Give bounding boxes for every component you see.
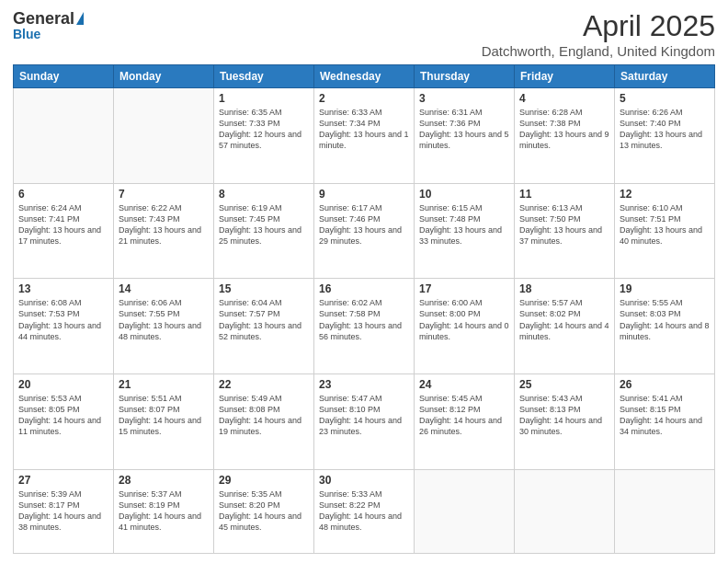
- cell-info: Sunrise: 5:45 AM Sunset: 8:12 PM Dayligh…: [419, 393, 509, 438]
- date-number: 6: [18, 188, 108, 201]
- calendar-cell: 23Sunrise: 5:47 AM Sunset: 8:10 PM Dayli…: [314, 373, 415, 469]
- cell-info: Sunrise: 6:24 AM Sunset: 7:41 PM Dayligh…: [18, 202, 108, 247]
- calendar-cell: 24Sunrise: 5:45 AM Sunset: 8:12 PM Dayli…: [415, 373, 515, 469]
- date-number: 23: [319, 378, 409, 391]
- calendar-cell: 20Sunrise: 5:53 AM Sunset: 8:05 PM Dayli…: [14, 373, 114, 469]
- cell-info: Sunrise: 6:10 AM Sunset: 7:51 PM Dayligh…: [620, 202, 710, 247]
- calendar-cell: 26Sunrise: 5:41 AM Sunset: 8:15 PM Dayli…: [615, 373, 715, 469]
- cell-info: Sunrise: 6:17 AM Sunset: 7:46 PM Dayligh…: [319, 202, 409, 247]
- calendar-cell: 6Sunrise: 6:24 AM Sunset: 7:41 PM Daylig…: [14, 183, 114, 279]
- cell-info: Sunrise: 5:37 AM Sunset: 8:19 PM Dayligh…: [119, 488, 209, 534]
- calendar-cell: 14Sunrise: 6:06 AM Sunset: 7:55 PM Dayli…: [114, 279, 214, 374]
- cell-info: Sunrise: 5:43 AM Sunset: 8:13 PM Dayligh…: [519, 393, 609, 438]
- calendar-cell: 16Sunrise: 6:02 AM Sunset: 7:58 PM Dayli…: [314, 279, 415, 374]
- cell-info: Sunrise: 5:55 AM Sunset: 8:03 PM Dayligh…: [620, 297, 710, 342]
- date-number: 21: [119, 378, 209, 391]
- cell-info: Sunrise: 6:00 AM Sunset: 8:00 PM Dayligh…: [419, 297, 509, 342]
- cell-info: Sunrise: 5:41 AM Sunset: 8:15 PM Dayligh…: [620, 393, 710, 438]
- calendar-cell: 10Sunrise: 6:15 AM Sunset: 7:48 PM Dayli…: [415, 183, 515, 279]
- calendar-cell: 28Sunrise: 5:37 AM Sunset: 8:19 PM Dayli…: [114, 469, 214, 554]
- date-number: 8: [219, 188, 309, 201]
- week-row-1: 1Sunrise: 6:35 AM Sunset: 7:33 PM Daylig…: [14, 88, 715, 184]
- calendar-cell: 5Sunrise: 6:26 AM Sunset: 7:40 PM Daylig…: [615, 88, 715, 184]
- date-number: 25: [519, 378, 609, 391]
- logo-triangle-icon: [76, 12, 84, 25]
- date-number: 26: [620, 378, 710, 391]
- calendar-title: April 2025: [482, 9, 715, 43]
- cell-info: Sunrise: 6:19 AM Sunset: 7:45 PM Dayligh…: [219, 202, 309, 247]
- calendar-cell: 27Sunrise: 5:39 AM Sunset: 8:17 PM Dayli…: [14, 469, 114, 554]
- cell-info: Sunrise: 6:06 AM Sunset: 7:55 PM Dayligh…: [119, 297, 209, 342]
- cell-info: Sunrise: 6:08 AM Sunset: 7:53 PM Dayligh…: [18, 297, 108, 342]
- calendar-cell: 30Sunrise: 5:33 AM Sunset: 8:22 PM Dayli…: [314, 469, 415, 554]
- day-header-wednesday: Wednesday: [314, 65, 415, 88]
- page: General Blue April 2025 Datchworth, Engl…: [0, 0, 728, 563]
- date-number: 9: [319, 188, 409, 201]
- day-header-monday: Monday: [114, 65, 214, 88]
- calendar-cell: 1Sunrise: 6:35 AM Sunset: 7:33 PM Daylig…: [214, 88, 314, 184]
- date-number: 12: [620, 188, 710, 201]
- cell-info: Sunrise: 5:53 AM Sunset: 8:05 PM Dayligh…: [18, 393, 108, 438]
- day-header-friday: Friday: [515, 65, 615, 88]
- date-number: 30: [319, 474, 409, 487]
- cell-info: Sunrise: 6:22 AM Sunset: 7:43 PM Dayligh…: [119, 202, 209, 247]
- cell-info: Sunrise: 5:57 AM Sunset: 8:02 PM Dayligh…: [519, 297, 609, 342]
- cell-info: Sunrise: 6:33 AM Sunset: 7:34 PM Dayligh…: [319, 107, 409, 152]
- cell-info: Sunrise: 5:49 AM Sunset: 8:08 PM Dayligh…: [219, 393, 309, 438]
- date-number: 10: [419, 188, 509, 201]
- date-number: 3: [419, 92, 509, 105]
- cell-info: Sunrise: 6:35 AM Sunset: 7:33 PM Dayligh…: [219, 107, 309, 152]
- calendar-cell: 12Sunrise: 6:10 AM Sunset: 7:51 PM Dayli…: [615, 183, 715, 279]
- week-row-4: 20Sunrise: 5:53 AM Sunset: 8:05 PM Dayli…: [14, 373, 715, 469]
- calendar-cell: 3Sunrise: 6:31 AM Sunset: 7:36 PM Daylig…: [415, 88, 515, 184]
- calendar-cell: 8Sunrise: 6:19 AM Sunset: 7:45 PM Daylig…: [214, 183, 314, 279]
- calendar-cell: 9Sunrise: 6:17 AM Sunset: 7:46 PM Daylig…: [314, 183, 415, 279]
- date-number: 18: [519, 282, 609, 295]
- week-row-3: 13Sunrise: 6:08 AM Sunset: 7:53 PM Dayli…: [14, 279, 715, 374]
- calendar-cell: [515, 469, 615, 554]
- calendar-cell: 22Sunrise: 5:49 AM Sunset: 8:08 PM Dayli…: [214, 373, 314, 469]
- calendar-table: SundayMondayTuesdayWednesdayThursdayFrid…: [13, 64, 715, 554]
- date-number: 24: [419, 378, 509, 391]
- date-number: 13: [18, 282, 108, 295]
- cell-info: Sunrise: 6:04 AM Sunset: 7:57 PM Dayligh…: [219, 297, 309, 342]
- day-header-sunday: Sunday: [14, 65, 114, 88]
- calendar-cell: [114, 88, 214, 184]
- cell-info: Sunrise: 6:31 AM Sunset: 7:36 PM Dayligh…: [419, 107, 509, 152]
- date-number: 28: [119, 474, 209, 487]
- date-number: 1: [219, 92, 309, 105]
- header-right: April 2025 Datchworth, England, United K…: [482, 9, 715, 59]
- cell-info: Sunrise: 5:39 AM Sunset: 8:17 PM Dayligh…: [18, 488, 108, 534]
- header: General Blue April 2025 Datchworth, Engl…: [13, 9, 715, 59]
- week-row-5: 27Sunrise: 5:39 AM Sunset: 8:17 PM Dayli…: [14, 469, 715, 554]
- calendar-cell: [615, 469, 715, 554]
- calendar-subtitle: Datchworth, England, United Kingdom: [482, 43, 715, 59]
- date-number: 11: [519, 188, 609, 201]
- calendar-cell: 19Sunrise: 5:55 AM Sunset: 8:03 PM Dayli…: [615, 279, 715, 374]
- date-number: 2: [319, 92, 409, 105]
- date-number: 4: [519, 92, 609, 105]
- calendar-cell: 17Sunrise: 6:00 AM Sunset: 8:00 PM Dayli…: [415, 279, 515, 374]
- calendar-cell: 7Sunrise: 6:22 AM Sunset: 7:43 PM Daylig…: [114, 183, 214, 279]
- calendar-cell: 13Sunrise: 6:08 AM Sunset: 7:53 PM Dayli…: [14, 279, 114, 374]
- date-number: 5: [620, 92, 710, 105]
- day-header-tuesday: Tuesday: [214, 65, 314, 88]
- logo-blue-text: Blue: [13, 27, 40, 41]
- calendar-cell: 21Sunrise: 5:51 AM Sunset: 8:07 PM Dayli…: [114, 373, 214, 469]
- date-number: 15: [219, 282, 309, 295]
- calendar-cell: 18Sunrise: 5:57 AM Sunset: 8:02 PM Dayli…: [515, 279, 615, 374]
- cell-info: Sunrise: 5:33 AM Sunset: 8:22 PM Dayligh…: [319, 488, 409, 534]
- calendar-cell: 11Sunrise: 6:13 AM Sunset: 7:50 PM Dayli…: [515, 183, 615, 279]
- calendar-cell: 15Sunrise: 6:04 AM Sunset: 7:57 PM Dayli…: [214, 279, 314, 374]
- cell-info: Sunrise: 5:47 AM Sunset: 8:10 PM Dayligh…: [319, 393, 409, 438]
- day-header-row: SundayMondayTuesdayWednesdayThursdayFrid…: [14, 65, 715, 88]
- week-row-2: 6Sunrise: 6:24 AM Sunset: 7:41 PM Daylig…: [14, 183, 715, 279]
- date-number: 19: [620, 282, 710, 295]
- day-header-saturday: Saturday: [615, 65, 715, 88]
- date-number: 14: [119, 282, 209, 295]
- cell-info: Sunrise: 6:26 AM Sunset: 7:40 PM Dayligh…: [620, 107, 710, 152]
- calendar-cell: [14, 88, 114, 184]
- cell-info: Sunrise: 6:02 AM Sunset: 7:58 PM Dayligh…: [319, 297, 409, 342]
- cell-info: Sunrise: 6:28 AM Sunset: 7:38 PM Dayligh…: [519, 107, 609, 152]
- date-number: 22: [219, 378, 309, 391]
